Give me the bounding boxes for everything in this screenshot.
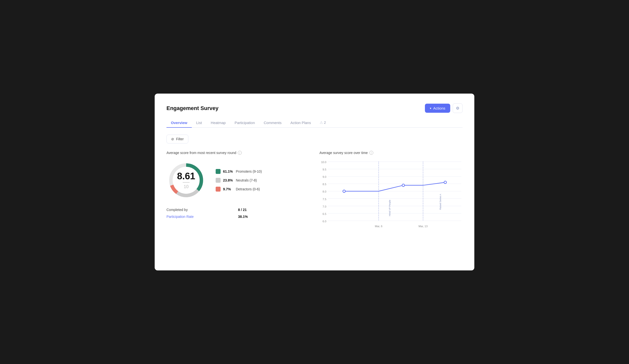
participation-rate-link[interactable]: Participation Rate — [166, 215, 238, 219]
tab-heatmap[interactable]: Heatmap — [206, 118, 230, 128]
stats-row: Completed by 8 / 21 Participation Rate 3… — [166, 208, 310, 219]
svg-text:Hired VP People: Hired VP People — [389, 200, 391, 216]
actions-button[interactable]: ▾ Actions — [425, 104, 450, 113]
promoter-color — [216, 169, 221, 174]
svg-text:Raised Series A: Raised Series A — [439, 194, 442, 210]
legend-detractors: 9.7% Detractors (0-6) — [216, 187, 262, 191]
legend-promoters: 61.1% Promoters (9-10) — [216, 169, 262, 174]
line-chart-svg: 10.0 9.5 9.0 8.5 8.0 7.5 7.0 6.5 6.0 — [319, 159, 463, 238]
warning-icon: ⚠ — [320, 120, 323, 125]
svg-text:9.0: 9.0 — [323, 175, 326, 178]
chevron-down-icon: ▾ — [430, 107, 431, 110]
info-icon-left: i — [238, 151, 242, 155]
filter-button[interactable]: ⊘ Filter — [166, 135, 188, 143]
legend-neutrals: 23.8% Neutrals (7-8) — [216, 178, 262, 183]
score-legend: 61.1% Promoters (9-10) 23.8% Neutrals (7… — [216, 169, 262, 191]
svg-text:6.5: 6.5 — [323, 212, 326, 215]
info-icon-right: i — [369, 151, 373, 155]
svg-text:7.0: 7.0 — [323, 205, 326, 208]
detractor-color — [216, 187, 221, 191]
donut-divider — [183, 182, 190, 183]
svg-text:10.0: 10.0 — [321, 161, 326, 164]
tab-overview[interactable]: Overview — [166, 118, 192, 128]
svg-point-26 — [343, 190, 345, 192]
svg-text:6.0: 6.0 — [323, 220, 326, 223]
page-header: Engagement Survey ▾ Actions ⚙ — [166, 103, 463, 113]
content-grid: Average score from most recent survey ro… — [166, 151, 463, 239]
filter-area: ⊘ Filter — [166, 135, 463, 143]
left-section-label: Average score from most recent survey ro… — [166, 151, 310, 155]
svg-text:7.5: 7.5 — [323, 198, 326, 201]
filter-icon: ⊘ — [171, 137, 174, 141]
tab-comments[interactable]: Comments — [259, 118, 286, 128]
tab-action-plans[interactable]: Action Plans — [286, 118, 315, 128]
donut-chart: 8.61 10 — [166, 161, 206, 200]
chart-svg-wrapper: 10.0 9.5 9.0 8.5 8.0 7.5 7.0 6.5 6.0 — [319, 159, 463, 239]
svg-text:8.0: 8.0 — [323, 190, 326, 193]
settings-button[interactable]: ⚙ — [453, 103, 463, 113]
svg-text:8.5: 8.5 — [323, 183, 326, 186]
svg-text:Mar, 13: Mar, 13 — [419, 225, 428, 228]
chart-title: Average survey score over time i — [319, 151, 463, 155]
neutral-color — [216, 178, 221, 183]
svg-point-28 — [444, 181, 447, 183]
svg-text:Mar, 6: Mar, 6 — [375, 225, 383, 228]
tab-participation[interactable]: Participation — [230, 118, 259, 128]
donut-center: 8.61 10 — [177, 172, 195, 189]
gear-icon: ⚙ — [456, 106, 459, 110]
right-panel: Average survey score over time i 10.0 9.… — [319, 151, 463, 239]
main-window: Engagement Survey ▾ Actions ⚙ Overview L… — [155, 93, 474, 271]
svg-text:9.5: 9.5 — [323, 168, 326, 171]
page-title: Engagement Survey — [166, 105, 219, 111]
tab-list[interactable]: List — [192, 118, 206, 128]
left-panel: Average score from most recent survey ro… — [166, 151, 310, 239]
score-section: 8.61 10 61.1% Promoters (9-10) 23.8% — [166, 161, 310, 200]
tab-badge: ⚠ 2 — [315, 118, 330, 128]
header-actions: ▾ Actions ⚙ — [425, 103, 463, 113]
svg-point-27 — [402, 184, 405, 186]
tab-bar: Overview List Heatmap Participation Comm… — [166, 118, 463, 128]
